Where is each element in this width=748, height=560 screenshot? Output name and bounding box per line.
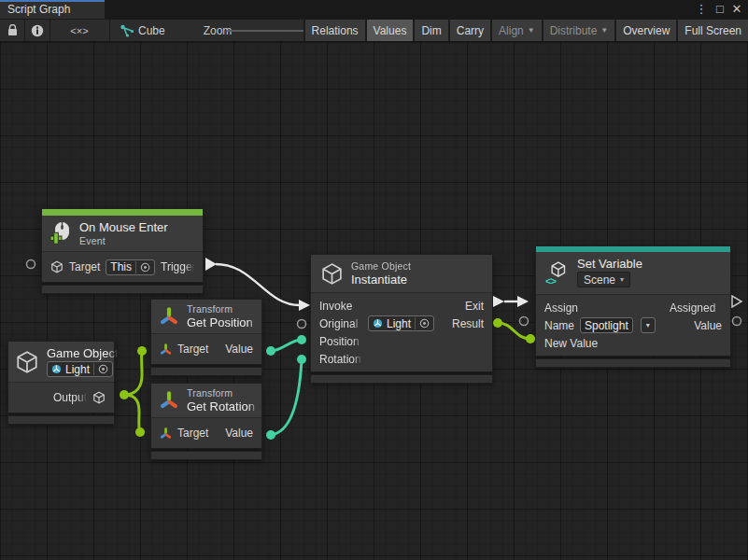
node-category: Transform <box>187 303 254 315</box>
rotation-port-label: Rotation <box>319 353 362 366</box>
target-port-label: Target <box>69 260 100 273</box>
node-get-rotation[interactable]: Transform Get Rotation Target Value <box>150 383 262 460</box>
node-on-mouse-enter[interactable]: On Mouse Enter Event Target This <box>41 208 204 294</box>
assign-port-label: Assign <box>544 301 587 315</box>
dim-button[interactable]: Dim <box>413 20 447 41</box>
event-accent-bar <box>42 209 203 216</box>
cube-icon <box>15 350 39 374</box>
target-field-value: This <box>110 260 132 273</box>
node-get-position[interactable]: Transform Get Position Target Value <box>150 299 262 376</box>
variable-name-value: Spotlight <box>585 319 628 332</box>
transform-icon <box>160 343 172 356</box>
node-title: On Mouse Enter <box>79 220 168 234</box>
unity-object-icon <box>51 364 62 374</box>
target-port-label: Target <box>177 343 208 356</box>
node-category: Game Object <box>351 260 422 272</box>
invoke-port-label: Invoke <box>319 300 362 313</box>
divider <box>415 317 416 329</box>
lock-button[interactable] <box>0 20 24 41</box>
node-title: Set Variable <box>577 257 642 271</box>
target-port-label: Target <box>177 427 208 440</box>
distribute-label: Distribute <box>550 24 598 37</box>
cube-icon <box>50 260 64 273</box>
node-footer <box>150 367 262 376</box>
unity-object-icon <box>373 318 383 329</box>
chevron-down-icon: ▾ <box>620 275 624 284</box>
divider <box>93 363 94 375</box>
toolbar: <×> Cube Zoom 0.9x Relations Values Dim … <box>0 19 748 42</box>
menu-icon[interactable]: ⋮ <box>692 0 711 19</box>
cube-icon <box>320 262 344 286</box>
script-graph-window: Script Graph ⋮ □ ✕ <×> <box>0 0 748 560</box>
node-footer <box>7 415 115 425</box>
close-icon[interactable]: ✕ <box>727 0 746 19</box>
relations-button[interactable]: Relations <box>303 20 365 41</box>
node-title: Instantiate <box>351 273 422 287</box>
object-picker-icon[interactable] <box>419 318 430 329</box>
object-picker-icon[interactable] <box>98 364 108 374</box>
node-footer <box>150 451 262 460</box>
unity-variable-icon: <> <box>545 260 570 285</box>
position-port-label: Position <box>319 335 362 348</box>
values-button[interactable]: Values <box>365 20 414 41</box>
info-icon <box>31 24 44 37</box>
node-subtitle: Event <box>79 235 168 246</box>
breadcrumb-graph-name[interactable]: Cube <box>138 20 176 41</box>
tab-script-graph[interactable]: Script Graph <box>0 0 105 19</box>
graph-breadcrumb-icon <box>118 20 136 41</box>
align-label: Align <box>499 24 524 37</box>
game-object-field[interactable]: Light <box>47 361 113 377</box>
node-set-variable[interactable]: <> Set Variable Scene ▾ Assign Assigned … <box>535 245 731 368</box>
tab-strip: Script Graph ⋮ □ ✕ <box>0 0 748 19</box>
align-button[interactable]: Align ▼ <box>490 20 542 41</box>
name-port-label: Name <box>544 319 574 332</box>
chevron-down-icon: ▼ <box>528 26 535 35</box>
lock-icon <box>7 24 18 36</box>
result-port-label: Result <box>452 317 484 330</box>
code-view-button[interactable]: <×> <box>50 20 108 41</box>
transform-icon <box>160 427 172 440</box>
separator <box>109 20 110 41</box>
node-title: Get Rotation <box>187 399 258 413</box>
variable-scope-dropdown[interactable]: Scene ▾ <box>577 272 630 287</box>
output-port-label: Output <box>49 391 87 404</box>
new-value-port-label: New Value <box>544 337 598 350</box>
maximize-icon[interactable]: □ <box>711 0 729 19</box>
variable-name-field[interactable]: Spotlight <box>580 317 633 333</box>
transform-icon <box>159 306 179 327</box>
target-field[interactable]: This <box>106 259 155 275</box>
chevron-down-icon: ▼ <box>600 26 608 35</box>
divider <box>135 261 136 273</box>
brackets-icon: <> <box>545 275 556 287</box>
carry-button[interactable]: Carry <box>448 20 490 41</box>
node-category: Transform <box>187 387 254 399</box>
chevron-down-icon: ▾ <box>646 321 650 329</box>
distribute-button[interactable]: Distribute ▼ <box>542 20 615 41</box>
node-footer <box>535 358 731 368</box>
original-field[interactable]: Light <box>368 315 434 331</box>
toolbar-buttons: Relations Values Dim Carry Align ▼ Distr… <box>303 20 748 41</box>
node-title: Get Position <box>187 315 258 329</box>
value-port-label: Value <box>225 343 253 356</box>
value-port-label: Value <box>694 319 722 332</box>
node-title: Game Object <box>47 346 118 360</box>
node-footer <box>41 285 204 294</box>
original-port-label: Original <box>319 317 362 330</box>
cube-icon <box>92 391 106 404</box>
mouse-enter-icon <box>49 221 72 245</box>
value-port-label: Value <box>225 427 253 440</box>
node-game-object[interactable]: Game Object Light <box>7 341 115 425</box>
variable-scope-value: Scene <box>584 273 615 287</box>
node-footer <box>310 374 493 384</box>
full-screen-button[interactable]: Full Screen <box>676 20 748 41</box>
overview-button[interactable]: Overview <box>614 20 676 41</box>
object-picker-icon[interactable] <box>140 262 150 273</box>
trigger-port-label: Trigger <box>161 260 194 273</box>
transform-icon <box>159 390 179 411</box>
assigned-port-label: Assigned <box>670 301 722 315</box>
node-instantiate[interactable]: Game Object Instantiate Invoke Exit Orig… <box>310 254 493 384</box>
variable-name-dropdown-button[interactable]: ▾ <box>641 317 656 333</box>
exit-port-label: Exit <box>465 300 484 313</box>
info-button[interactable] <box>25 20 49 41</box>
code-icon: <×> <box>70 25 88 36</box>
